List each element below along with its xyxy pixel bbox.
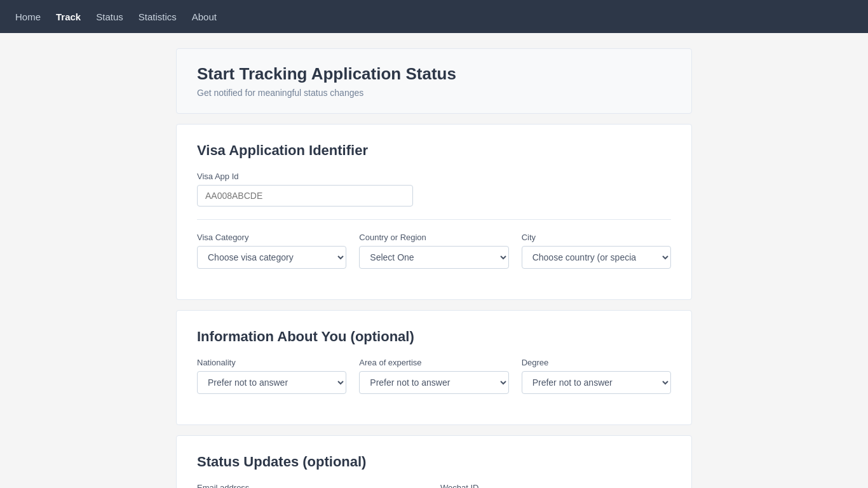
visa-identifier-section: Visa Application Identifier Visa App Id … bbox=[176, 124, 692, 300]
nationality-select[interactable]: Prefer not to answer bbox=[197, 371, 346, 394]
country-field: Country or Region Select One bbox=[359, 233, 508, 269]
visa-category-select[interactable]: Choose visa category bbox=[197, 246, 346, 269]
status-updates-row: Email address Wechat ID bbox=[197, 483, 671, 488]
visa-app-id-field: Visa App Id bbox=[197, 172, 413, 207]
visa-category-label: Visa Category bbox=[197, 233, 346, 242]
degree-select[interactable]: Prefer not to answer bbox=[522, 371, 671, 394]
info-about-you-section: Information About You (optional) Nationa… bbox=[176, 310, 692, 425]
email-label: Email address bbox=[197, 483, 428, 488]
visa-identifier-title: Visa Application Identifier bbox=[197, 142, 671, 159]
main-content: Start Tracking Application Status Get no… bbox=[161, 48, 707, 488]
visa-app-id-row: Visa App Id bbox=[197, 172, 413, 207]
visa-fields-row: Visa Category Choose visa category Count… bbox=[197, 233, 671, 269]
degree-label: Degree bbox=[522, 358, 671, 367]
divider-1 bbox=[197, 219, 671, 220]
city-field: City Choose country (or specia bbox=[522, 233, 671, 269]
personal-info-row: Nationality Prefer not to answer Area of… bbox=[197, 358, 671, 394]
visa-app-id-label: Visa App Id bbox=[197, 172, 413, 181]
nav-status[interactable]: Status bbox=[96, 9, 123, 25]
nav-track[interactable]: Track bbox=[56, 9, 81, 25]
header-card: Start Tracking Application Status Get no… bbox=[176, 48, 692, 114]
nav-statistics[interactable]: Statistics bbox=[139, 9, 177, 25]
expertise-field: Area of expertise Prefer not to answer bbox=[359, 358, 508, 394]
page-title: Start Tracking Application Status bbox=[197, 64, 671, 84]
country-label: Country or Region bbox=[359, 233, 508, 242]
navbar: Home Track Status Statistics About bbox=[0, 0, 868, 33]
expertise-select[interactable]: Prefer not to answer bbox=[359, 371, 508, 394]
city-select[interactable]: Choose country (or specia bbox=[522, 246, 671, 269]
status-updates-section: Status Updates (optional) Email address … bbox=[176, 435, 692, 488]
expertise-label: Area of expertise bbox=[359, 358, 508, 367]
degree-field: Degree Prefer not to answer bbox=[522, 358, 671, 394]
page-subtitle: Get notified for meaningful status chang… bbox=[197, 88, 671, 98]
nav-home[interactable]: Home bbox=[15, 9, 41, 25]
visa-app-id-input[interactable] bbox=[197, 185, 413, 207]
city-label: City bbox=[522, 233, 671, 242]
info-about-you-title: Information About You (optional) bbox=[197, 329, 671, 345]
visa-category-field: Visa Category Choose visa category bbox=[197, 233, 346, 269]
nationality-field: Nationality Prefer not to answer bbox=[197, 358, 346, 394]
nav-about[interactable]: About bbox=[192, 9, 217, 25]
wechat-label: Wechat ID bbox=[440, 483, 671, 488]
email-field: Email address bbox=[197, 483, 428, 488]
nationality-label: Nationality bbox=[197, 358, 346, 367]
status-updates-title: Status Updates (optional) bbox=[197, 454, 671, 470]
wechat-field: Wechat ID bbox=[440, 483, 671, 488]
country-select[interactable]: Select One bbox=[359, 246, 508, 269]
